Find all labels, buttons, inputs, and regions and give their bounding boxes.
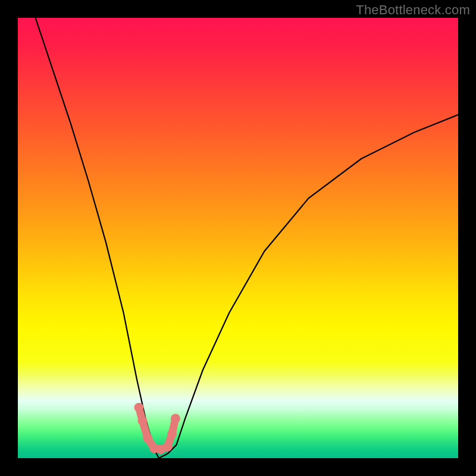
watermark-text: TheBottleneck.com <box>356 2 470 18</box>
bottleneck-curve <box>36 18 458 458</box>
optimal-marker <box>171 414 180 423</box>
curve-overlay <box>18 18 458 458</box>
optimal-marker <box>134 403 144 412</box>
optimal-marker <box>143 434 152 443</box>
chart-canvas: TheBottleneck.com <box>0 0 476 476</box>
optimal-marker <box>137 416 147 425</box>
optimal-marker <box>167 429 177 439</box>
optimal-marker <box>163 442 173 452</box>
